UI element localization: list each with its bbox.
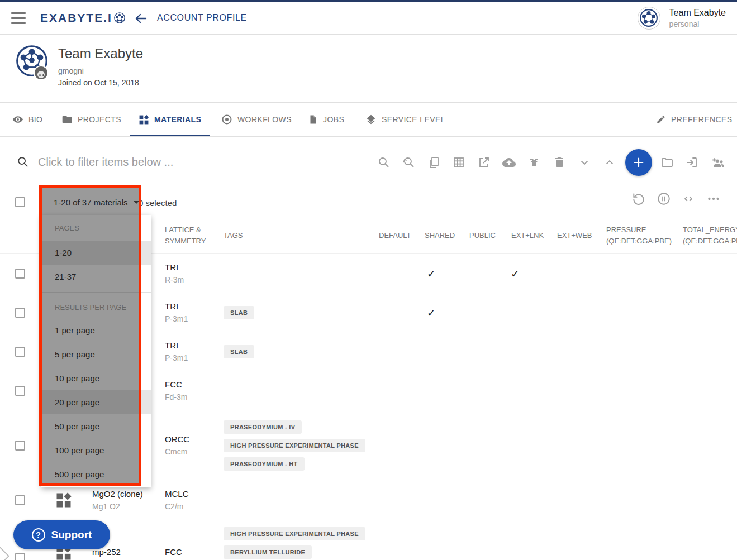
more-horizontal-icon[interactable] — [706, 192, 721, 206]
column-total-energy[interactable]: TOTAL_ENERGY (QE:DFT:GGA:PBE) — [683, 224, 737, 247]
folder-icon — [61, 114, 73, 125]
lattice-type: FCC — [165, 379, 187, 391]
grid-icon[interactable] — [452, 156, 465, 169]
page-title: ACCOUNT PROFILE — [157, 13, 247, 23]
symmetry-group: C2/m — [165, 500, 189, 513]
search-icon — [17, 156, 30, 169]
lattice-type: TRI — [165, 261, 184, 274]
select-all-checkbox[interactable] — [15, 197, 25, 207]
tag-chip: PRASEODYMIUM - HT — [224, 457, 305, 471]
tag-chip: HIGH PRESSURE EXPERIMENTAL PHASE — [224, 439, 365, 452]
profile-header: Team Exabyte gmogni Joined on Oct 15, 20… — [0, 35, 737, 103]
tab-bio[interactable]: BIO — [12, 103, 42, 136]
lattice-type: TRI — [165, 300, 188, 313]
copy-icon[interactable] — [427, 156, 441, 169]
document-icon — [308, 114, 318, 125]
lattice-type: TRI — [165, 339, 188, 352]
column-shared[interactable]: SHARED — [425, 230, 455, 241]
symmetry-group: Cmcm — [165, 446, 189, 458]
search-icon[interactable] — [377, 156, 391, 169]
account-avatar — [638, 7, 660, 30]
restore-icon[interactable] — [631, 192, 646, 206]
hamburger-menu-icon[interactable] — [11, 12, 26, 24]
folder-outline-icon[interactable] — [660, 156, 674, 169]
radio-circle-icon — [221, 114, 232, 125]
active-tab-underline — [130, 135, 210, 136]
column-default[interactable]: DEFAULT — [379, 230, 411, 241]
row-checkbox[interactable] — [15, 386, 25, 396]
annotation-highlight-box — [39, 185, 141, 486]
tag-chip: BERYLLIUM TELLURIDE — [224, 545, 312, 559]
tag-chip: SLAB — [224, 306, 254, 319]
tab-jobs[interactable]: JOBS — [308, 103, 344, 136]
selected-count: 0 selected — [139, 198, 177, 208]
lattice-type: FCC — [165, 546, 182, 558]
group-add-icon[interactable] — [711, 156, 724, 169]
symmetry-group: R-3m — [165, 274, 184, 286]
shared-check-icon: ✓ — [423, 267, 440, 280]
shared-check-icon: ✓ — [423, 306, 440, 319]
app-bar: EXABYTE.I ACCOUNT PROFILE Team Exabyte p… — [0, 2, 737, 35]
material-formula: Mg1 O2 — [92, 500, 143, 513]
account-type: personal — [669, 20, 726, 28]
tag-chip: HIGH PRESSURE EXPERIMENTAL PHASE — [224, 527, 365, 540]
column-lattice-symmetry[interactable]: LATTICE & SYMMETRY — [165, 224, 212, 247]
profile-username: gmogni — [58, 66, 84, 75]
chevron-up-icon[interactable] — [603, 156, 616, 169]
column-pressure[interactable]: PRESSURE (QE:DFT:GGA:PBE) — [606, 224, 676, 247]
help-icon: ? — [32, 528, 45, 542]
tab-materials[interactable]: MATERIALS — [139, 103, 201, 136]
support-button[interactable]: ? Support — [13, 520, 110, 549]
material-icon — [55, 492, 72, 509]
tab-service-level[interactable]: SERVICE LEVEL — [365, 103, 445, 136]
pause-circle-icon[interactable] — [657, 192, 671, 206]
upload-icon[interactable] — [527, 156, 541, 169]
column-ext-lnk[interactable]: EXT+LNK — [511, 230, 544, 241]
lattice-type: ORCC — [165, 433, 189, 446]
tab-workflows[interactable]: WORKFLOWS — [221, 103, 292, 136]
account-menu[interactable]: Team Exabyte personal — [638, 7, 726, 30]
column-ext-web[interactable]: EXT+WEB — [557, 230, 592, 241]
account-name: Team Exabyte — [669, 8, 726, 18]
back-arrow-icon[interactable] — [134, 12, 148, 25]
code-icon[interactable] — [681, 192, 696, 206]
pencil-icon — [656, 114, 666, 125]
materials-grid-icon — [139, 114, 149, 125]
row-checkbox[interactable] — [15, 553, 25, 560]
table-row[interactable]: mp-252 FCC HIGH PRESSURE EXPERIMENTAL PH… — [0, 519, 737, 560]
brand-logo[interactable]: EXABYTE.I — [40, 11, 126, 25]
eye-icon — [12, 114, 23, 125]
tag-chip: PRASEODYMIUM - IV — [224, 420, 302, 434]
filter-input[interactable] — [38, 151, 317, 173]
search-arrow-icon[interactable] — [402, 156, 415, 169]
trash-icon[interactable] — [553, 156, 566, 169]
tab-preferences[interactable]: PREFERENCES — [656, 103, 732, 136]
symmetry-group: P-3m1 — [165, 313, 188, 325]
column-public[interactable]: PUBLIC — [469, 230, 496, 241]
profile-joined-date: Joined on Oct 15, 2018 — [58, 78, 139, 87]
column-tags[interactable]: TAGS — [224, 230, 243, 241]
lattice-type: MCLC — [165, 488, 189, 500]
tag-chip: SLAB — [224, 345, 254, 358]
cloud-upload-icon[interactable] — [502, 156, 516, 169]
row-checkbox[interactable] — [15, 308, 25, 318]
ext-lnk-check-icon: ✓ — [507, 267, 524, 280]
add-material-fab[interactable] — [625, 149, 652, 176]
brand-text: EXABYTE.I — [40, 11, 112, 25]
exit-to-app-icon[interactable] — [685, 156, 698, 169]
user-face-badge — [34, 65, 49, 80]
layers-icon — [365, 114, 377, 125]
material-name: MgO2 (clone) — [92, 488, 143, 500]
row-checkbox[interactable] — [15, 347, 25, 357]
soccer-ball-logo-icon — [113, 12, 126, 24]
symmetry-group: Fd-3m — [165, 391, 187, 403]
row-checkbox[interactable] — [15, 495, 25, 505]
tab-bar: BIO PROJECTS MATERIALS WORKFLOWS JOBS SE… — [0, 103, 737, 137]
symmetry-group: P-3m1 — [165, 352, 188, 364]
row-checkbox[interactable] — [15, 441, 25, 451]
tab-projects[interactable]: PROJECTS — [61, 103, 121, 136]
row-checkbox[interactable] — [15, 269, 25, 279]
profile-name: Team Exabyte — [58, 46, 143, 61]
chevron-down-icon[interactable] — [578, 156, 591, 169]
open-in-new-icon[interactable] — [477, 156, 491, 169]
